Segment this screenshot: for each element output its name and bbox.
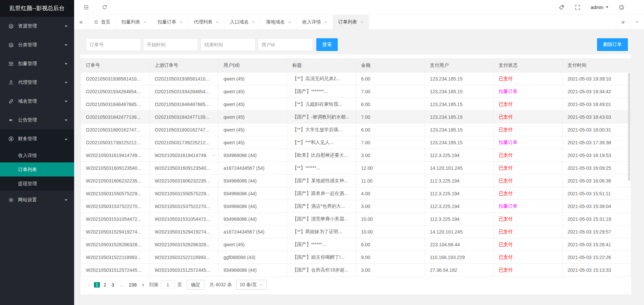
- tab-label: 扣量列表: [121, 19, 140, 25]
- collapse-menu-icon[interactable]: [83, 4, 89, 10]
- sidebar-item[interactable]: 财务管理: [0, 130, 74, 148]
- prev-page-icon[interactable]: ‹: [86, 281, 93, 288]
- status-badge: 已支付: [499, 267, 513, 272]
- tab-item[interactable]: 订单列表×: [333, 15, 369, 29]
- goto-page-input[interactable]: [161, 280, 175, 289]
- close-tab-icon[interactable]: ×: [180, 19, 183, 24]
- cell-pay-time: 2021-05-03 15:29:57: [562, 225, 631, 238]
- table-row: O202105031934284654...O20210503193428465…: [81, 85, 631, 98]
- layers-icon: [8, 23, 14, 29]
- refresh-icon[interactable]: [102, 4, 108, 10]
- tab-item[interactable]: 入口域名×: [224, 15, 261, 29]
- sidebar-item[interactable]: 资源管理: [0, 17, 74, 36]
- cell-amount: 3.00: [356, 200, 425, 213]
- user-icon: [8, 80, 14, 86]
- app-title: 乱世红颜--影视总后台: [0, 0, 74, 17]
- cell-pay-user: 123.234.185.15: [425, 85, 493, 98]
- search-button[interactable]: 搜索: [316, 38, 338, 51]
- status-badge: 已支付: [499, 242, 513, 247]
- sidebar-subitem[interactable]: 收入详情: [0, 148, 74, 162]
- tab-item[interactable]: 落地域名×: [261, 15, 297, 29]
- sidebar-item[interactable]: 扣量管理: [0, 54, 74, 73]
- cell-pay-status: 扣量订单: [493, 85, 562, 98]
- tab-item[interactable]: 扣量订单×: [152, 15, 189, 29]
- cell-title: 【国产】跟表弟一起在酒...: [287, 187, 356, 200]
- cell-amount: 9.00: [356, 251, 425, 264]
- cell-user-id: 934966086 (44): [218, 187, 287, 200]
- start-time-input[interactable]: [143, 38, 198, 51]
- cell-title: 【欧美】比自慰棒还要大...: [287, 149, 356, 162]
- next-page-icon[interactable]: ›: [139, 281, 147, 288]
- cell-user-id: qwert (45): [218, 98, 287, 111]
- cell-pay-user: 112.3.225.194: [425, 149, 493, 162]
- page-number[interactable]: 1: [94, 282, 100, 288]
- cell-pay-status: 已支付: [493, 187, 562, 200]
- cell-pay-status: 已支付: [493, 174, 562, 187]
- page-number[interactable]: 2: [102, 282, 108, 288]
- cell-pay-time: 2021-05-03 16:09:25: [562, 162, 631, 174]
- sidebar-item[interactable]: 网站设置: [0, 191, 74, 209]
- sidebar-item[interactable]: 公告管理: [0, 111, 74, 130]
- page-number[interactable]: 3: [110, 282, 116, 288]
- sidebar-subitem[interactable]: 订单列表: [0, 162, 74, 176]
- fullscreen-icon[interactable]: [575, 4, 581, 10]
- status-badge: 已支付: [499, 114, 513, 119]
- tab-item[interactable]: 扣量列表×: [116, 15, 152, 29]
- tab-label: 入口域名: [230, 19, 249, 25]
- close-tab-icon[interactable]: ×: [361, 19, 364, 24]
- tabs-scroll-right-icon[interactable]: »: [616, 15, 630, 29]
- delete-orders-button[interactable]: 删除订单: [597, 38, 628, 51]
- status-badge: 已支付: [499, 76, 513, 81]
- cell-pay-user: 112.3.225.194: [425, 213, 493, 225]
- tab-item[interactable]: 收入详情×: [297, 15, 333, 29]
- table-row: O202105031739225212...O20210503173922521…: [81, 136, 631, 149]
- sidebar-subitem[interactable]: 提现管理: [0, 176, 74, 191]
- close-tab-icon[interactable]: ×: [324, 19, 327, 24]
- cell-amount: 12.00: [356, 162, 425, 174]
- tabbar-spacer: [369, 15, 616, 29]
- orders-table: 订单号上游订单号用户(id)标题金额支付用户支付状态支付时间 O20210503…: [80, 58, 631, 276]
- sidebar-submenu: 收入详情订单列表提现管理: [0, 148, 74, 191]
- close-tab-icon[interactable]: ×: [144, 19, 147, 24]
- page-size-select[interactable]: 10 条/页: [236, 280, 266, 290]
- sidebar-item[interactable]: 代理管理: [0, 73, 74, 92]
- cell-upstream-no: O202105031938581410...: [150, 72, 218, 85]
- tag-icon: [558, 4, 565, 10]
- close-tab-icon[interactable]: ×: [252, 19, 255, 24]
- column-header: 支付时间: [562, 59, 631, 72]
- tab-item[interactable]: 首页: [88, 15, 116, 29]
- status-badge: 已支付: [499, 152, 513, 158]
- table-row: O202105031848487685...O20210503184848768…: [81, 98, 631, 111]
- end-time-input[interactable]: [201, 38, 256, 51]
- main-area: admin « 首页扣量列表×扣量订单×代理列表×入口域名×落地域名×收入详情×…: [74, 0, 644, 305]
- close-tab-icon[interactable]: ×: [288, 19, 291, 24]
- cell-pay-time: 2021-05-03 18:43:03: [562, 111, 631, 123]
- expand-row-icon[interactable]: [212, 153, 216, 158]
- tabs-menu-icon[interactable]: [630, 15, 644, 29]
- palette-icon[interactable]: [619, 4, 625, 10]
- tabs-scroll-left-icon[interactable]: «: [74, 15, 88, 29]
- close-tab-icon[interactable]: ×: [216, 19, 219, 24]
- status-badge: 已支付: [499, 216, 513, 221]
- username: admin: [591, 5, 603, 10]
- page-number[interactable]: 238: [127, 282, 138, 288]
- tab-item[interactable]: 代理列表×: [189, 15, 225, 29]
- table-row: W202105031606232235...W20210503160623223…: [81, 174, 631, 187]
- cell-title: 【**】***和人见人...: [287, 136, 356, 149]
- cell-pay-user: 123.234.185.15: [425, 98, 493, 111]
- cell-title: 【国产】-被调教到奶水都...: [287, 111, 356, 123]
- page-size-value: 10 条/页: [239, 282, 257, 288]
- cell-pay-time: 2021-05-03 19:39:10: [562, 72, 631, 85]
- sidebar-item[interactable]: 分类管理: [0, 36, 74, 54]
- order-no-input[interactable]: [86, 38, 141, 51]
- cell-pay-time: 2021-05-03 15:28:41: [562, 238, 631, 251]
- confirm-page-button[interactable]: 确定: [187, 280, 204, 290]
- cell-pay-time: 2021-05-03 15:38:04: [562, 200, 631, 213]
- cell-amount: 10.00: [356, 213, 425, 225]
- table-row: W202105031619414749...W20210503161941474…: [81, 149, 631, 162]
- tag-icon[interactable]: [558, 4, 565, 10]
- sidebar-item[interactable]: 域名管理: [0, 92, 74, 111]
- user-menu[interactable]: admin: [591, 5, 608, 10]
- table-scrollbar[interactable]: [628, 73, 630, 181]
- user-id-input[interactable]: [258, 38, 313, 51]
